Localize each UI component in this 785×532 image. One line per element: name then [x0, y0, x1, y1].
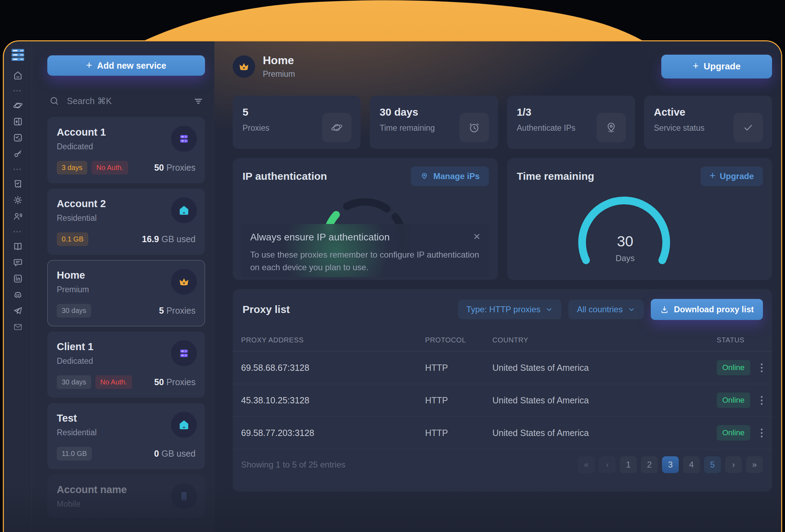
rail-item-terminal[interactable]: [10, 130, 26, 146]
location-pin-icon: [605, 121, 618, 134]
upgrade-small-button[interactable]: + Upgrade: [701, 166, 763, 186]
filter-icon[interactable]: [193, 96, 204, 106]
stat-value: 1/3: [517, 106, 576, 118]
days-badge: 3 days: [57, 161, 87, 175]
protocol-cell: HTTP: [425, 363, 492, 373]
service-avatar: [233, 55, 255, 78]
server-stack-logo-icon: [11, 49, 25, 61]
rail-item-usage[interactable]: [10, 114, 26, 130]
type-filter-dropdown[interactable]: Type: HTTP proxies: [458, 300, 562, 319]
rail-item-home[interactable]: [10, 67, 26, 83]
rail-separator-dots: •••: [13, 83, 22, 97]
chat-icon: [13, 257, 23, 268]
rail-item-docs[interactable]: [10, 238, 26, 254]
country-cell: United States of America: [492, 428, 717, 438]
pagination-page-3-active[interactable]: 3: [662, 456, 679, 473]
account-card-test[interactable]: Test Residential 11.0 GB 0 GB used: [47, 403, 205, 469]
account-avatar: [171, 126, 197, 152]
close-icon[interactable]: ×: [473, 232, 480, 241]
rail-item-email[interactable]: [10, 319, 26, 335]
add-new-service-button[interactable]: + Add new service: [47, 55, 205, 76]
table-row[interactable]: 69.58.77.203:3128 HTTP United States of …: [233, 417, 772, 449]
rail-item-billing[interactable]: [10, 176, 26, 192]
rail-item-referral[interactable]: [10, 208, 26, 224]
mail-icon: [13, 322, 23, 332]
rail-item-settings[interactable]: [10, 192, 26, 208]
referral-person-icon: [13, 211, 23, 221]
account-card-account-2[interactable]: Account 2 Residential 0.1 GB 16.9 GB use…: [47, 189, 205, 255]
table-row[interactable]: 45.38.10.25:3128 HTTP United States of A…: [233, 384, 772, 417]
rail-item-proxies[interactable]: [10, 97, 26, 114]
rail-item-telegram[interactable]: [10, 303, 26, 319]
rail-item-discord[interactable]: [10, 287, 26, 303]
stat-card-service-status[interactable]: Active Service status: [644, 96, 772, 149]
column-header-status: STATUS: [717, 336, 755, 344]
row-kebab-menu[interactable]: [755, 394, 768, 407]
country-filter-label: All countries: [577, 305, 623, 314]
table-header-row: PROXY ADDRESS PROTOCOL COUNTRY STATUS: [233, 329, 772, 352]
residential-house-icon: [178, 204, 190, 216]
account-avatar: [171, 269, 197, 295]
page-subtitle: Premium: [263, 69, 295, 79]
pagination-last-button[interactable]: »: [746, 456, 763, 473]
stat-icon-chip: [459, 113, 489, 142]
country-filter-dropdown[interactable]: All countries: [568, 300, 644, 319]
plus-icon: +: [86, 59, 93, 71]
manage-ips-label: Manage iPs: [433, 171, 479, 181]
rail-item-api-keys[interactable]: [10, 146, 26, 162]
country-cell: United States of America: [492, 395, 717, 405]
stat-label: Time remaining: [380, 123, 435, 133]
pagination-page-1[interactable]: 1: [620, 456, 637, 473]
terminal-check-icon: [13, 132, 23, 143]
stat-value: Active: [654, 106, 704, 118]
search-bar[interactable]: Search ⌘K: [49, 95, 204, 107]
days-badge: 30 days: [57, 375, 91, 389]
status-badge: Online: [717, 360, 750, 375]
manage-ips-button[interactable]: Manage iPs: [411, 166, 489, 186]
premium-crown-icon: [178, 276, 190, 288]
pagination-first-button[interactable]: «: [578, 456, 595, 473]
stat-card-authenticate-ips[interactable]: 1/3 Authenticate IPs: [507, 96, 635, 149]
app-logo[interactable]: [10, 47, 26, 63]
stat-card-time-remaining[interactable]: 30 days Time remaining: [370, 96, 498, 149]
upgrade-button[interactable]: + Upgrade: [661, 55, 772, 79]
stat-card-proxies[interactable]: 5 Proxies: [233, 96, 361, 149]
time-remaining-unit: Days: [507, 253, 757, 263]
column-header-proxy-address: PROXY ADDRESS: [241, 336, 425, 344]
row-kebab-menu[interactable]: [755, 361, 768, 374]
proxy-address-cell: 69.58.77.203:3128: [241, 428, 425, 438]
pagination-prev-button[interactable]: ‹: [599, 456, 616, 473]
pagination-page-2[interactable]: 2: [641, 456, 658, 473]
pagination-next-button[interactable]: ›: [725, 456, 742, 473]
stat-icon-chip: [322, 113, 351, 142]
account-list: Account 1 Dedicated 3 days No Auth. 50 P…: [47, 117, 205, 518]
account-card-home[interactable]: Home Premium 30 days 5 Proxies: [47, 260, 205, 326]
linkedin-icon: [13, 273, 23, 284]
telegram-icon: [13, 306, 23, 316]
premium-crown-icon: [238, 61, 250, 73]
table-row[interactable]: 69.58.68.67:3128 HTTP United States of A…: [233, 352, 772, 384]
rail-item-support[interactable]: [10, 254, 26, 271]
account-metric: 50 Proxies: [154, 377, 196, 387]
pagination-page-5[interactable]: 5: [704, 456, 721, 473]
rail-item-linkedin[interactable]: [10, 271, 26, 287]
check-icon: [742, 121, 755, 134]
plus-icon: +: [693, 60, 699, 72]
pagination-page-4[interactable]: 4: [683, 456, 700, 473]
upgrade-label: Upgrade: [704, 61, 740, 72]
account-card-account-1[interactable]: Account 1 Dedicated 3 days No Auth. 50 P…: [47, 117, 205, 183]
search-input[interactable]: Search ⌘K: [67, 96, 186, 106]
download-proxy-list-button[interactable]: Download proxy list: [651, 299, 763, 320]
stat-icon-chip: [733, 113, 763, 142]
column-header-protocol: PROTOCOL: [425, 336, 492, 344]
discord-icon: [13, 289, 23, 300]
ip-auth-toast: Always ensure IP authentication × To use…: [241, 224, 490, 277]
toast-body: To use these proxies remember to configu…: [250, 248, 480, 274]
row-kebab-menu[interactable]: [755, 427, 768, 439]
table-footer: Showing 1 to 5 of 25 entries « ‹ 1 2 3 4…: [233, 449, 772, 480]
nav-rail: ••• •••: [4, 41, 32, 532]
account-card-client-1[interactable]: Client 1 Dedicated 30 days No Auth. 50 P…: [47, 332, 205, 398]
account-card-account-name[interactable]: Account name Mobile: [47, 475, 205, 518]
download-label: Download proxy list: [674, 305, 754, 314]
middle-panels: IP authentication Manage iPs Alwa: [233, 158, 772, 280]
